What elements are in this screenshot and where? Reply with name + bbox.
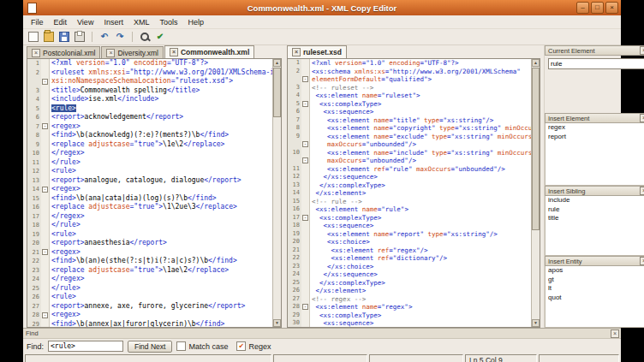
line-number: 4 [288,92,301,100]
menu-item-tools[interactable]: Tools [154,18,182,27]
title-bar[interactable]: Commonwealth.xml - XML Copy Editor –□× [23,0,621,15]
toolbar-undo-button[interactable]: ↶ [98,30,111,44]
code-text: <rule> [50,293,273,302]
editor-line: 24</regex> [27,275,273,284]
find-close-icon[interactable]: × [611,329,619,338]
checkbox-box-icon[interactable]: ✔ [236,341,246,351]
code-token: /> [408,157,416,164]
line-number [27,77,41,86]
scroll-up-icon[interactable]: ▲ [532,59,540,67]
checkbox-match-case[interactable]: Match case [176,341,228,351]
code-token: </regex> [51,212,85,220]
code-token: name [362,92,378,99]
fold-marker-icon[interactable]: - [302,304,308,310]
toolbar-new-document-button[interactable] [27,30,40,44]
right-editor[interactable]: ▲ ▼ 1<?xml version="1.0" encoding="UTF-8… [287,58,540,328]
scrollbar-thumb[interactable] [532,68,540,230]
fold-margin [301,92,310,100]
close-button[interactable]: × [605,2,618,14]
menu-item-insert[interactable]: Insert [98,18,128,27]
fold-marker-icon[interactable]: - [42,249,48,255]
code-token: </regex> [51,149,85,157]
code-token: </replace> [188,266,229,274]
editor-line: 22<find>\b(an)e(sthe(?:s|t)i(?:a|c)s?)\b… [27,257,273,266]
list-item-include[interactable]: include [546,196,644,205]
code-token: <include> [51,95,88,103]
fold-marker-icon[interactable]: - [302,215,308,221]
right-editor-scrollbar[interactable]: ▲ ▼ [531,59,540,327]
find-next-button[interactable]: Find Next [128,341,172,353]
left-editor[interactable]: ▲ ▼ 1<?xml version="1.0" encoding="UTF-8… [27,58,282,328]
minimize-button[interactable]: – [576,2,589,14]
find-bar: Find: Find Next Match case✔Regex [23,339,621,353]
panel-content: aposgtltquot [545,266,644,328]
tab-diversity-xml[interactable]: ×Diversity.xml [101,46,164,58]
editor-line: 3<title>Commonwealth spelling</title> [27,86,273,96]
find-input[interactable] [48,341,123,352]
list-item-title[interactable]: title [546,214,644,223]
scroll-up-icon[interactable]: ▲ [273,59,281,67]
fold-marker-icon[interactable]: - [302,101,308,107]
maximize-button[interactable]: □ [591,2,604,14]
panel-list: includeruletitle [545,196,644,256]
editor-line: 2<xs:schema xmlns:xs="http://www.w3.org/… [288,68,532,76]
fold-marker-icon[interactable]: - [42,123,48,129]
list-item-report[interactable]: report [546,133,644,142]
menu-item-help[interactable]: Help [182,18,209,27]
tab-commonwealth-xml[interactable]: ×Commonwealth.xml [164,45,254,58]
list-item-apos[interactable]: apos [546,266,644,276]
fold-marker-icon[interactable]: - [302,76,308,82]
toolbar-spell-check-button[interactable]: ✔ [153,30,167,44]
code-token: name [373,124,389,132]
checkbox-box-icon[interactable] [176,341,186,351]
list-item-quot[interactable]: quot [546,294,644,303]
fold-marker-icon[interactable]: - [42,312,48,318]
code-token: </report> [146,113,183,121]
fold-margin [41,239,50,248]
scrollbar-thumb[interactable] [273,68,281,117]
scroll-down-icon[interactable]: ▼ [532,319,540,327]
find-options: Match case✔Regex [176,341,271,351]
left-editor-scrollbar[interactable]: ▲ ▼ [272,59,281,327]
tab-close-icon[interactable]: × [292,48,301,56]
panel-close-icon[interactable]: × [640,114,644,122]
toolbar-find-button[interactable] [138,30,152,44]
toolbar-print-button[interactable] [73,30,86,44]
fold-margin [41,140,50,150]
panel-close-icon[interactable]: × [640,257,644,265]
list-item-gt[interactable]: gt [546,276,644,285]
list-item-regex[interactable]: regex [546,123,644,133]
code-text: <rule> [50,167,273,176]
tab-close-icon[interactable]: × [170,48,178,56]
fold-marker-icon[interactable]: - [42,79,48,85]
current-element-input[interactable] [548,58,644,69]
code-token: > [416,92,420,99]
tab-close-icon[interactable]: × [32,49,40,57]
menu-item-file[interactable]: File [26,18,49,27]
fold-marker-icon[interactable]: - [302,141,308,147]
toolbar-save-button[interactable] [57,30,71,44]
tab-postcolonial-xml[interactable]: ×Postcolonial.xml [27,46,100,58]
fold-marker-icon[interactable]: - [42,187,48,193]
panel-close-icon[interactable]: × [640,187,644,195]
tab-close-icon[interactable]: × [106,49,115,57]
menu-item-edit[interactable]: Edit [49,18,73,27]
list-item-rule[interactable]: rule [546,205,644,215]
fold-marker-icon[interactable]: - [302,157,308,163]
checkbox-regex[interactable]: ✔Regex [236,341,271,351]
scroll-down-icon[interactable]: ▼ [273,319,281,327]
menu-item-xml[interactable]: XML [128,18,155,27]
fold-margin [301,230,310,239]
line-number [288,140,301,149]
code-token: name [373,133,389,140]
toolbar-redo-button[interactable]: ↷ [113,30,127,44]
toolbar-open-file-button[interactable] [42,30,56,44]
code-token: \1\2ue\3 [163,203,196,211]
panel-close-icon[interactable]: × [640,46,644,55]
menu-item-view[interactable]: View [72,18,98,27]
line-number: 22 [27,257,41,266]
list-item-lt[interactable]: lt [546,284,644,294]
tab-ruleset-xsd[interactable]: ×ruleset.xsd [287,45,347,58]
code-token: version [76,59,105,67]
panel-title: Insert Element [546,115,640,122]
